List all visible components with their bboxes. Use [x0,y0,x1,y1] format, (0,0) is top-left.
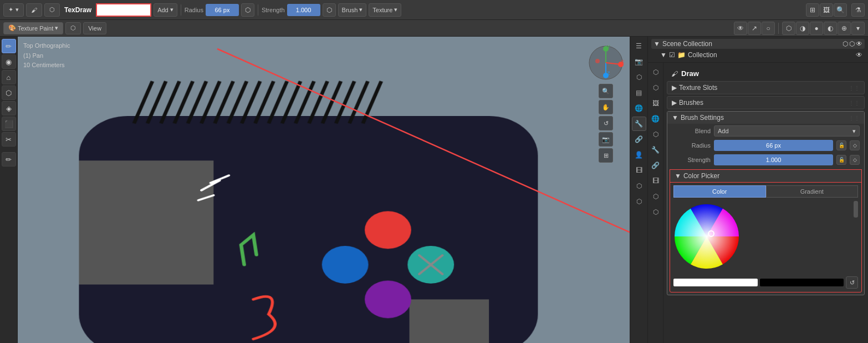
mask-tool-btn[interactable]: ◈ [2,101,16,115]
brushes-header[interactable]: ▶ Brushes ⋮⋮ [667,97,864,109]
view-btn[interactable]: View [83,22,106,34]
layout-icon-btn[interactable]: ⊞ [806,3,819,17]
strength-icon-btn[interactable]: ⬡ [323,3,336,17]
viewport-overlay-btn2[interactable]: ↗ [748,22,761,35]
color-wheel-container[interactable] [673,201,740,273]
viewport[interactable]: Top Orthographic (1) Pan 10 Centimeters … [18,37,630,343]
collection-item[interactable]: ▼ ☑ 📁 Collection 👁 [651,50,865,60]
erase-tool-btn[interactable]: ✂ [2,132,16,147]
strength-lock-btn[interactable]: 🔓 [836,155,846,165]
image-icon-btn[interactable]: 🖼 [820,3,833,17]
clone-tool-btn[interactable]: ⬡ [2,85,16,100]
props-icon8[interactable]: 🎞 [649,174,663,188]
pen-tool-btn[interactable]: ✏ [2,152,16,167]
brush-label: Brush [342,7,358,13]
props-icon10[interactable]: ⬡ [649,205,663,219]
output-props-icon-btn[interactable]: ⬡ [632,70,646,84]
radius-field[interactable] [206,4,239,16]
brush-settings-section: ▼ Brush Settings ⋮⋮ Blend Add ▾ [667,111,865,295]
color-tab-color[interactable]: Color [673,185,766,198]
svg-text:Z: Z [607,70,610,76]
data-icon-btn[interactable]: ⬡ [632,194,646,209]
smear-tool-btn[interactable]: ⌂ [2,70,16,84]
box-tool-btn[interactable]: ⬛ [2,117,16,131]
brushes-arrow: ▶ [672,99,677,107]
properties-content: 🖌 Draw ▶ Texture Slots ⋮⋮ [663,63,868,343]
grid-btn[interactable]: ⊞ [599,148,613,163]
scene-collection-title: Scene Collection [662,40,712,48]
render-mode-btn3[interactable]: ● [810,22,823,35]
render-mode-btn5[interactable]: ⊕ [838,22,851,35]
props-icon7[interactable]: 🔗 [649,158,663,173]
brush-name-input[interactable] [96,3,151,17]
object-props-icon-btn[interactable]: 🔧 [632,117,646,131]
draw-tool-btn[interactable]: ✏ [2,39,16,53]
props-icon9[interactable]: ⬡ [649,189,663,204]
pan-btn[interactable]: ✋ [599,100,613,114]
render-props-icon-btn[interactable]: 📷 [632,54,646,69]
brush-dropdown[interactable]: Brush ▾ [338,3,367,17]
radius-keyframe-btn[interactable]: ◇ [850,140,860,150]
texture-dropdown[interactable]: Texture ▾ [369,3,401,17]
physics-icon-btn[interactable]: 🎞 [632,163,646,178]
props-icon1[interactable]: ⬡ [649,65,663,79]
link-icon-btn[interactable]: ⬡ [44,3,60,17]
texture-slots-label: Texture Slots [679,84,717,92]
rotate-btn[interactable]: ↺ [599,116,613,130]
filter-icon-btn[interactable]: ⚗ [851,3,865,17]
props-icon3[interactable]: 🖼 [649,96,663,110]
white-color-bar[interactable] [673,279,758,286]
expand-icon: ▼ [660,51,667,59]
brush-tool-btn[interactable]: 🖌 [26,3,42,17]
modifier-icon-btn[interactable]: 🔗 [632,132,646,147]
options-icon-btn[interactable]: ⬡ [65,22,81,34]
blend-prop-dropdown[interactable]: Add ▾ [714,125,860,137]
color-tab-gradient[interactable]: Gradient [766,185,859,198]
render-mode-btn4[interactable]: ◐ [824,22,837,35]
texture-slots-header[interactable]: ▶ Texture Slots ⋮⋮ [667,82,864,94]
color-picker-header[interactable]: ▼ Color Picker [670,170,861,182]
render-mode-arrow[interactable]: ▾ [851,22,865,35]
particles-icon-btn[interactable]: 👤 [632,148,646,162]
separator [181,4,181,16]
camera-btn[interactable]: 📷 [599,132,613,147]
search-icon-btn[interactable]: 🔍 [834,3,847,17]
scene-props-icon-btn[interactable]: 🌐 [632,101,646,115]
orientation-gizmo[interactable]: Y Z X [586,43,625,82]
separator2 [258,4,258,16]
fill-tool-btn[interactable]: ◉ [2,54,16,69]
blend-dropdown[interactable]: Add ▾ [154,3,177,17]
color-wheel-svg[interactable] [673,203,740,270]
gizmo-area: Y Z X 🔍 ✋ ↺ 📷 ⊞ [586,43,625,163]
viewport-overlay-btn3[interactable]: ○ [762,22,775,35]
viewport-overlay-btn1[interactable]: 👁 [734,22,747,35]
view-layer-icon-btn[interactable]: ▤ [632,85,646,100]
black-color-bar[interactable] [760,279,844,286]
radius-lock-btn[interactable]: 🔓 [836,140,846,150]
radius-icon-btn[interactable]: ⬡ [241,3,254,17]
svg-point-10 [595,59,600,63]
props-icon4[interactable]: 🌐 [649,112,663,126]
radius-prop-field[interactable]: 66 px [714,140,833,151]
scene-collection-icon-btn[interactable]: ☰ [632,39,646,53]
texture-paint-mode-btn[interactable]: 🎨 Texture Paint ▾ [3,22,63,34]
zoom-btn[interactable]: 🔍 [599,84,613,98]
engine-selector[interactable]: ✦ ▾ [3,3,24,17]
scene-expand-icon: ▼ [653,40,660,48]
scene-collection-header[interactable]: ▼ Scene Collection ⬡ ⬡ 👁 [651,39,865,49]
viewport-info-line2: (1) Pan [23,51,70,61]
render-mode-btn1[interactable]: ⬡ [782,22,795,35]
props-icon6[interactable]: 🔧 [649,143,663,157]
render-mode-btn2[interactable]: ◑ [796,22,809,35]
props-icon5[interactable]: ⬡ [649,127,663,142]
strength-prop-field[interactable]: 1.000 [714,154,833,165]
color-panel-scrollbar[interactable] [854,201,858,273]
strength-prop-value: 1.000 [766,157,782,163]
brush-settings-header[interactable]: ▼ Brush Settings ⋮⋮ [667,112,864,124]
strength-keyframe-btn[interactable]: ◇ [850,155,860,165]
refresh-colors-btn[interactable]: ↺ [846,276,858,289]
strength-field[interactable] [287,4,320,16]
constraint-icon-btn[interactable]: ⬡ [632,179,646,193]
props-icon2[interactable]: ⬡ [649,80,663,95]
viewport-canvas [18,37,630,343]
